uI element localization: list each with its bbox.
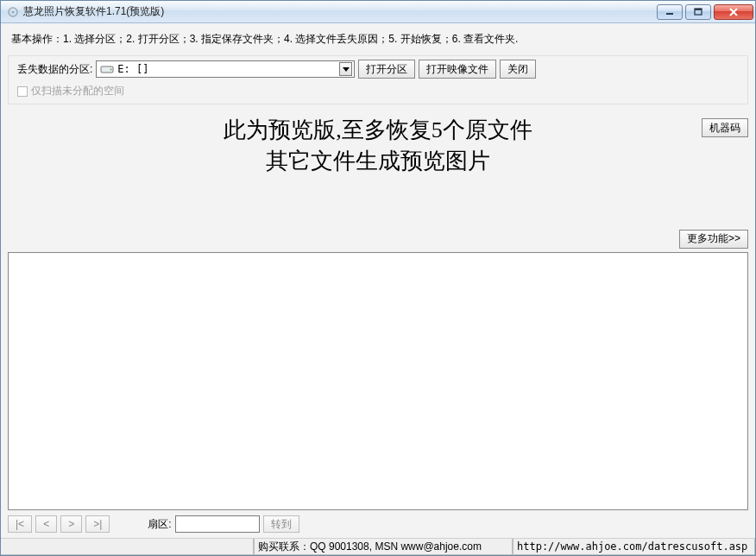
nav-first-button[interactable]: |< <box>8 515 32 533</box>
title-bar[interactable]: 慧龙照片恢复软件1.71(预览版) <box>1 1 755 23</box>
status-contact: 购买联系：QQ 9001308, MSN www@ahjoe.com <box>254 539 513 555</box>
minimize-icon <box>665 8 674 16</box>
close-partition-button[interactable]: 关闭 <box>500 60 536 79</box>
nav-prev-button[interactable]: < <box>35 515 57 533</box>
machine-code-button[interactable]: 机器码 <box>702 118 748 137</box>
app-window: 慧龙照片恢复软件1.71(预览版) 基本操作：1. 选择分区；2. 打开分区；3… <box>0 0 756 556</box>
close-window-button[interactable] <box>714 4 753 20</box>
results-listbox[interactable] <box>8 252 748 510</box>
sector-input[interactable] <box>175 515 260 533</box>
instructions-text: 基本操作：1. 选择分区；2. 打开分区；3. 指定保存文件夹；4. 选择文件丢… <box>8 27 748 55</box>
minimize-button[interactable] <box>657 4 683 20</box>
preview-message: 此为预览版,至多恢复5个原文件 其它文件生成预览图片 <box>8 115 748 178</box>
status-bar: 购买联系：QQ 9001308, MSN www@ahjoe.com http:… <box>1 538 755 555</box>
maximize-icon <box>694 8 702 16</box>
client-area: 基本操作：1. 选择分区；2. 打开分区；3. 指定保存文件夹；4. 选择文件丢… <box>1 23 755 538</box>
checkbox-icon <box>17 86 28 97</box>
partition-panel: 丢失数据的分区: E: [] 打开分区 打开映像文件 关闭 仅扫描未分配的空间 <box>8 55 748 104</box>
window-title: 慧龙照片恢复软件1.71(预览版) <box>23 4 164 19</box>
chevron-down-icon[interactable] <box>339 62 352 76</box>
partition-combobox[interactable]: E: [] <box>96 60 355 78</box>
more-features-button[interactable]: 更多功能>> <box>679 230 748 249</box>
svg-marker-9 <box>343 67 350 72</box>
preview-line-1: 此为预览版,至多恢复5个原文件 <box>8 115 748 146</box>
goto-button[interactable]: 转到 <box>263 515 299 533</box>
status-cell-empty <box>1 539 254 555</box>
open-partition-button[interactable]: 打开分区 <box>358 60 415 79</box>
drive-icon <box>100 64 114 74</box>
bottom-nav-row: |< < > >| 扇区: 转到 <box>8 514 748 536</box>
only-unallocated-checkbox[interactable]: 仅扫描未分配的空间 <box>17 84 740 98</box>
preview-line-2: 其它文件生成预览图片 <box>8 146 748 177</box>
nav-next-button[interactable]: > <box>60 515 82 533</box>
partition-label: 丢失数据的分区: <box>17 62 92 77</box>
open-image-button[interactable]: 打开映像文件 <box>419 60 496 79</box>
sector-label: 扇区: <box>148 517 171 532</box>
only-unallocated-label: 仅扫描未分配的空间 <box>31 84 124 98</box>
svg-point-1 <box>12 10 15 13</box>
app-icon <box>6 5 20 19</box>
nav-last-button[interactable]: >| <box>85 515 110 533</box>
partition-selected-value: E: [] <box>117 63 339 75</box>
status-url[interactable]: http://www.ahjoe.com/datrescusoft.asp <box>513 539 755 555</box>
maximize-button[interactable] <box>685 4 711 20</box>
close-icon <box>728 8 739 16</box>
svg-point-8 <box>110 69 112 71</box>
